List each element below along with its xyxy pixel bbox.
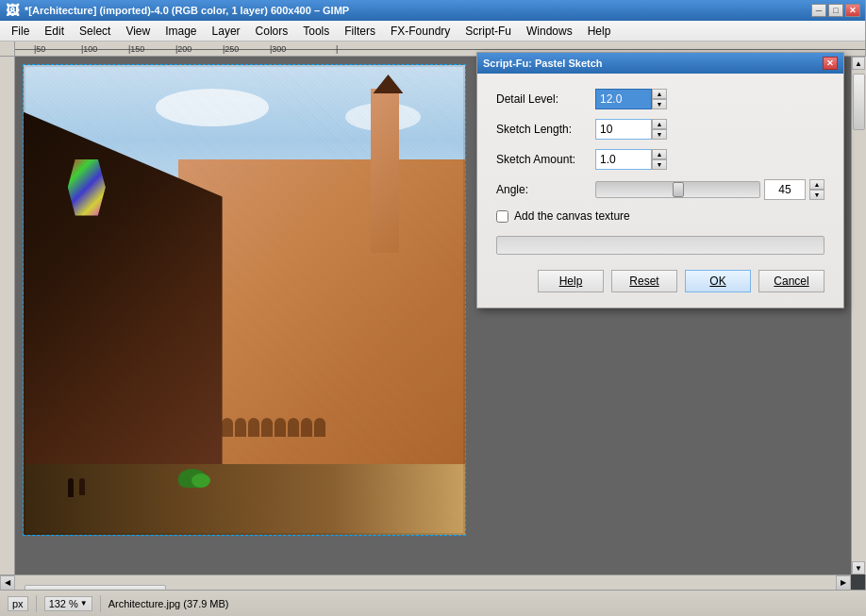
dialog-buttons: Help Reset OK Cancel: [496, 270, 824, 292]
menu-file[interactable]: File: [4, 23, 37, 40]
sketch-amount-row: Sketch Amount: ▲ ▼: [496, 149, 824, 170]
ruler-left: [0, 57, 15, 574]
detail-level-input[interactable]: [595, 89, 652, 109]
close-button[interactable]: ✕: [845, 4, 860, 17]
progress-bar-area: [496, 236, 824, 255]
vertical-scrollbar[interactable]: ▲ ▼: [851, 57, 866, 574]
scroll-up-button[interactable]: ▲: [852, 57, 865, 70]
sketch-amount-up[interactable]: ▲: [652, 149, 667, 159]
cancel-button[interactable]: Cancel: [758, 270, 824, 292]
detail-level-down[interactable]: ▼: [652, 99, 667, 109]
sketch-length-down[interactable]: ▼: [652, 129, 667, 140]
minimize-button[interactable]: ─: [811, 4, 826, 17]
menu-fx-foundry[interactable]: FX-Foundry: [383, 23, 458, 40]
progress-bar: [496, 236, 824, 255]
unit-selector[interactable]: px: [8, 596, 28, 611]
sketch-length-spinner: ▲ ▼: [652, 119, 667, 140]
scroll-down-button[interactable]: ▼: [852, 561, 865, 574]
detail-level-spinner: ▲ ▼: [652, 89, 667, 109]
angle-slider-thumb: [673, 182, 684, 197]
menu-tools[interactable]: Tools: [295, 23, 337, 40]
detail-level-label: Detail Level:: [496, 92, 595, 106]
menu-colors[interactable]: Colors: [248, 23, 296, 40]
scroll-right-button[interactable]: ▶: [836, 575, 851, 591]
menu-edit[interactable]: Edit: [37, 23, 72, 40]
sketch-amount-input[interactable]: [595, 149, 652, 170]
canvas-texture-label[interactable]: Add the canvas texture: [514, 209, 630, 223]
filename-label: Architecture.jpg (37.9 MB): [108, 598, 229, 609]
menu-layer[interactable]: Layer: [205, 23, 248, 40]
sketch-length-label: Sketch Length:: [496, 123, 595, 136]
menu-bar: File Edit Select View Image Layer Colors…: [0, 21, 866, 42]
sketch-length-row: Sketch Length: ▲ ▼: [496, 119, 824, 140]
ok-button[interactable]: OK: [685, 270, 751, 292]
angle-down[interactable]: ▼: [809, 190, 824, 200]
sketch-amount-down[interactable]: ▼: [652, 159, 667, 170]
detail-level-row: Detail Level: ▲ ▼: [496, 89, 824, 109]
sketch-amount-spinner: ▲ ▼: [652, 149, 667, 170]
canvas-texture-row: Add the canvas texture: [496, 209, 824, 223]
menu-filters[interactable]: Filters: [337, 23, 383, 40]
title-bar-buttons: ─ □ ✕: [811, 4, 860, 17]
angle-slider[interactable]: [595, 181, 760, 198]
menu-view[interactable]: View: [118, 23, 158, 40]
angle-slider-container: ▲ ▼: [595, 179, 824, 200]
menu-help[interactable]: Help: [580, 23, 619, 40]
window-title: *[Architecture] (imported)-4.0 (RGB colo…: [25, 5, 349, 16]
menu-select[interactable]: Select: [72, 23, 118, 40]
scroll-left-button[interactable]: ◀: [0, 575, 15, 591]
scrollbar-thumb-v[interactable]: [853, 74, 865, 130]
sketch-length-input[interactable]: [595, 119, 652, 140]
angle-spinner: ▲ ▼: [809, 179, 824, 200]
maximize-button[interactable]: □: [828, 4, 843, 17]
sketch-amount-label: Sketch Amount:: [496, 153, 595, 166]
detail-level-up[interactable]: ▲: [652, 89, 667, 99]
dialog-title-bar: Script-Fu: Pastel Sketch ✕: [477, 53, 843, 74]
menu-windows[interactable]: Windows: [519, 23, 580, 40]
menu-image[interactable]: Image: [158, 23, 204, 40]
menu-script-fu[interactable]: Script-Fu: [458, 23, 519, 40]
title-bar: 🖼 *[Architecture] (imported)-4.0 (RGB co…: [0, 0, 866, 21]
canvas-image: [23, 64, 466, 536]
reset-button[interactable]: Reset: [611, 270, 677, 292]
dialog-close-button[interactable]: ✕: [823, 57, 838, 70]
help-button[interactable]: Help: [538, 270, 604, 292]
ruler-corner: [0, 42, 15, 57]
horizontal-scrollbar[interactable]: ◀ ▶: [0, 574, 851, 590]
sketch-length-up[interactable]: ▲: [652, 119, 667, 129]
zoom-selector[interactable]: 132 % ▼: [44, 596, 92, 611]
canvas-texture-checkbox[interactable]: [496, 210, 508, 223]
status-bar: px 132 % ▼ Architecture.jpg (37.9 MB): [0, 590, 866, 616]
pastel-sketch-dialog: Script-Fu: Pastel Sketch ✕ Detail Level:…: [476, 52, 844, 308]
angle-value-input[interactable]: [764, 179, 806, 200]
angle-label: Angle:: [496, 183, 595, 196]
dialog-content: Detail Level: ▲ ▼ Sketch Length: ▲ ▼ Ske…: [477, 74, 843, 308]
dialog-title: Script-Fu: Pastel Sketch: [483, 58, 603, 69]
angle-up[interactable]: ▲: [809, 179, 824, 190]
angle-row: Angle: ▲ ▼: [496, 179, 824, 200]
